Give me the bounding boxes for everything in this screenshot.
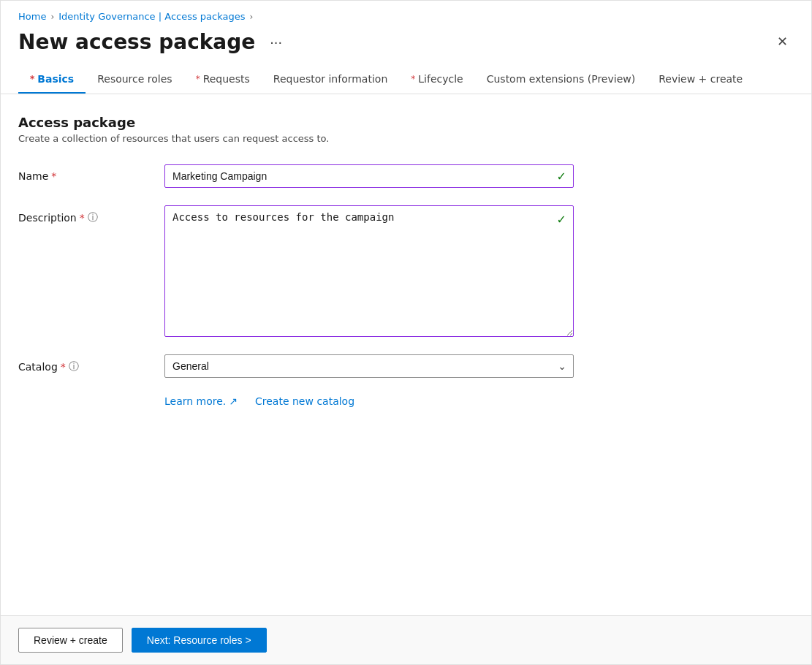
description-label: Description * ⓘ — [18, 205, 164, 224]
create-new-catalog-link[interactable]: Create new catalog — [255, 395, 354, 407]
footer: Review + create Next: Resource roles > — [1, 615, 811, 664]
catalog-select[interactable]: General My Catalog IT Resources — [164, 354, 574, 378]
tab-requests-label: Requests — [203, 73, 250, 85]
tab-requestor-information[interactable]: Requestor information — [262, 66, 399, 94]
name-input[interactable] — [164, 164, 574, 188]
section-title: Access package — [18, 115, 794, 130]
tab-custom-extensions-label: Custom extensions (Preview) — [487, 73, 636, 85]
catalog-control-wrap: General My Catalog IT Resources ⌄ — [164, 354, 574, 378]
tab-lifecycle-label: Lifecycle — [418, 73, 463, 85]
review-create-button[interactable]: Review + create — [18, 628, 123, 653]
name-control-wrap: ✓ — [164, 164, 574, 188]
tab-review-create[interactable]: Review + create — [647, 66, 754, 94]
name-label: Name * — [18, 164, 164, 182]
catalog-info-icon[interactable]: ⓘ — [69, 360, 79, 373]
name-req-star: * — [51, 170, 56, 182]
tab-review-create-label: Review + create — [659, 73, 743, 85]
catalog-label: Catalog * ⓘ — [18, 354, 164, 373]
description-textarea[interactable]: Access to resources for the campaign — [164, 205, 574, 337]
next-resource-roles-button[interactable]: Next: Resource roles > — [132, 628, 267, 653]
description-control-wrap: Access to resources for the campaign ✓ — [164, 205, 574, 337]
tab-resource-roles-label: Resource roles — [97, 73, 172, 85]
tab-lifecycle[interactable]: * Lifecycle — [399, 66, 474, 94]
tab-requests[interactable]: * Requests — [184, 66, 262, 94]
main-window: Home › Identity Governance | Access pack… — [0, 0, 812, 665]
section-subtitle: Create a collection of resources that us… — [18, 133, 794, 144]
breadcrumb-sep2: › — [250, 12, 254, 22]
learn-more-external-icon: ↗ — [229, 395, 238, 407]
page-title: New access package — [18, 30, 255, 54]
page-header: New access package ··· ✕ — [1, 26, 811, 66]
learn-more-label: Learn more. — [164, 395, 226, 407]
tab-requestor-information-label: Requestor information — [273, 73, 387, 85]
page-header-left: New access package ··· — [18, 30, 288, 54]
content-area: Access package Create a collection of re… — [1, 94, 811, 615]
close-button[interactable]: ✕ — [771, 29, 794, 54]
tab-basics-label: Basics — [37, 73, 74, 85]
links-row: Learn more. ↗ Create new catalog — [164, 395, 794, 407]
catalog-select-wrap: General My Catalog IT Resources ⌄ — [164, 354, 574, 378]
name-row: Name * ✓ — [18, 164, 794, 188]
name-input-wrap: ✓ — [164, 164, 574, 188]
catalog-req-star: * — [61, 361, 66, 373]
tab-custom-extensions[interactable]: Custom extensions (Preview) — [475, 66, 648, 94]
lifecycle-req-star: * — [411, 74, 415, 84]
breadcrumb-identity-governance[interactable]: Identity Governance | Access packages — [58, 11, 245, 22]
desc-req-star: * — [80, 212, 85, 224]
breadcrumb-home[interactable]: Home — [18, 11, 46, 22]
ellipsis-button[interactable]: ··· — [264, 31, 288, 53]
description-row: Description * ⓘ Access to resources for … — [18, 205, 794, 337]
basics-req-star: * — [30, 74, 34, 84]
tab-resource-roles[interactable]: Resource roles — [86, 66, 183, 94]
requests-req-star: * — [196, 74, 200, 84]
tabs-bar: * Basics Resource roles * Requests Reque… — [1, 66, 811, 94]
learn-more-link[interactable]: Learn more. ↗ — [164, 395, 238, 407]
tab-basics[interactable]: * Basics — [18, 66, 86, 94]
catalog-row: Catalog * ⓘ General My Catalog IT Resour… — [18, 354, 794, 378]
description-textarea-wrap: Access to resources for the campaign ✓ — [164, 205, 574, 337]
breadcrumb: Home › Identity Governance | Access pack… — [1, 1, 811, 26]
breadcrumb-sep1: › — [50, 12, 54, 22]
description-info-icon[interactable]: ⓘ — [88, 211, 98, 224]
